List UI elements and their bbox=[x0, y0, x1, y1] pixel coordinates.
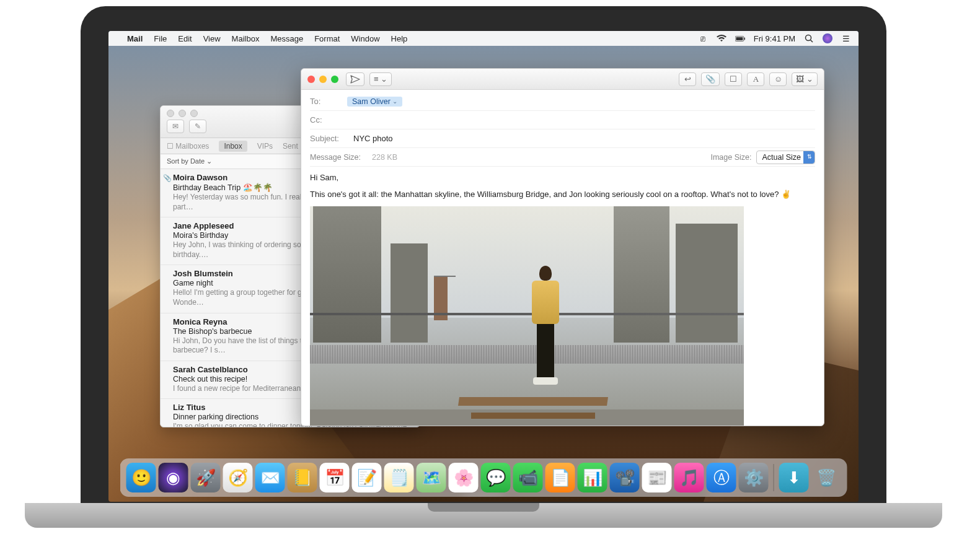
to-row: To: Sam Oliver bbox=[310, 92, 815, 111]
message-sender: Monica Reyna bbox=[173, 317, 227, 326]
menu-message[interactable]: Message bbox=[270, 34, 303, 43]
dock-finder[interactable]: 🙂 bbox=[126, 463, 156, 492]
menu-format[interactable]: Format bbox=[314, 34, 340, 43]
to-label: To: bbox=[310, 97, 347, 106]
dock-itunes[interactable]: 🎵 bbox=[674, 463, 704, 492]
image-size-select[interactable]: Actual Size⇅ bbox=[756, 151, 815, 164]
svg-rect-2 bbox=[744, 37, 744, 40]
dock-preferences[interactable]: ⚙️ bbox=[739, 463, 769, 492]
compose-traffic-lights bbox=[307, 76, 338, 83]
svg-point-3 bbox=[806, 35, 811, 41]
message-sender: Sarah Castelblanco bbox=[173, 365, 248, 374]
dock-messages[interactable]: 💬 bbox=[481, 463, 511, 492]
dock-numbers[interactable]: 📊 bbox=[578, 463, 607, 492]
airplay-icon[interactable]: ⎚ bbox=[698, 34, 708, 43]
laptop-notch bbox=[428, 503, 539, 512]
get-mail-button[interactable]: ✉ bbox=[167, 120, 184, 133]
notification-center-icon[interactable]: ☰ bbox=[841, 34, 851, 43]
app-menu[interactable]: Mail bbox=[127, 34, 143, 43]
spotlight-icon[interactable] bbox=[804, 34, 814, 43]
compose-button[interactable]: ✎ bbox=[189, 120, 206, 133]
inbox-zoom-button[interactable] bbox=[190, 110, 198, 117]
body-text: This one's got it all: the Manhattan sky… bbox=[310, 190, 815, 199]
compose-close-button[interactable] bbox=[307, 76, 315, 83]
dock-separator bbox=[774, 464, 774, 491]
svg-rect-1 bbox=[736, 37, 743, 40]
compose-minimize-button[interactable] bbox=[319, 76, 327, 83]
dock-contacts[interactable]: 📒 bbox=[288, 463, 317, 492]
dock-maps[interactable]: 🗺️ bbox=[417, 463, 446, 492]
dock-reminders[interactable]: 📝 bbox=[352, 463, 382, 492]
dock-appstore[interactable]: Ⓐ bbox=[707, 463, 736, 492]
menu-window[interactable]: Window bbox=[351, 34, 379, 43]
menubar-clock[interactable]: Fri 9:41 PM bbox=[754, 34, 795, 43]
battery-icon[interactable] bbox=[735, 35, 745, 42]
favorite-inbox[interactable]: Inbox bbox=[219, 141, 247, 152]
size-row: Message Size: 228 KB Image Size: Actual … bbox=[310, 148, 815, 167]
dock-calendar[interactable]: 📅 bbox=[320, 463, 350, 492]
image-size-label: Image Size: bbox=[710, 153, 751, 162]
dock-pages[interactable]: 📄 bbox=[545, 463, 575, 492]
dock-facetime[interactable]: 📹 bbox=[513, 463, 543, 492]
dock-downloads[interactable]: ⬇ bbox=[779, 463, 809, 492]
favorite-sent[interactable]: Sent bbox=[283, 142, 298, 151]
dock-news[interactable]: 📰 bbox=[642, 463, 672, 492]
dock: 🙂◉🚀🧭✉️📒📅📝🗒️🗺️🌸💬📹📄📊📽️📰🎵Ⓐ⚙️⬇🗑️ bbox=[120, 458, 847, 497]
format-button[interactable]: A bbox=[747, 72, 764, 86]
desktop-screen: Mail File Edit View Mailbox Message Form… bbox=[108, 31, 859, 502]
attach-button[interactable]: 📎 bbox=[701, 72, 720, 86]
size-value: 228 KB bbox=[372, 153, 397, 162]
header-fields-button[interactable]: ≡ ⌄ bbox=[369, 72, 392, 86]
emoji-button[interactable]: ☺ bbox=[769, 72, 787, 86]
laptop-frame: Mail File Edit View Mailbox Message Form… bbox=[81, 6, 886, 520]
menu-view[interactable]: View bbox=[203, 34, 221, 43]
menu-edit[interactable]: Edit bbox=[178, 34, 192, 43]
menu-mailbox[interactable]: Mailbox bbox=[232, 34, 260, 43]
to-recipient-token[interactable]: Sam Oliver bbox=[347, 97, 402, 107]
subject-row: Subject: NYC photo bbox=[310, 129, 815, 148]
attached-photo[interactable] bbox=[310, 206, 744, 426]
compose-headers: To: Sam Oliver Cc: Subject: NYC photo Me… bbox=[301, 90, 824, 167]
dock-notes[interactable]: 🗒️ bbox=[384, 463, 414, 492]
markup-button[interactable]: ☐ bbox=[725, 72, 742, 86]
cc-label: Cc: bbox=[310, 115, 347, 125]
message-sender: Liz Titus bbox=[173, 403, 205, 412]
menubar: Mail File Edit View Mailbox Message Form… bbox=[108, 31, 859, 46]
cc-row[interactable]: Cc: bbox=[310, 111, 815, 129]
siri-icon[interactable] bbox=[823, 33, 832, 43]
message-sender: Josh Blumstein bbox=[173, 269, 233, 278]
compose-body[interactable]: Hi Sam, This one's got it all: the Manha… bbox=[301, 167, 824, 426]
inbox-close-button[interactable] bbox=[167, 110, 174, 117]
sort-dropdown[interactable]: Sort by Date ⌄ bbox=[167, 157, 212, 165]
dock-safari[interactable]: 🧭 bbox=[223, 463, 253, 492]
svg-line-4 bbox=[811, 40, 813, 43]
compose-titlebar: ≡ ⌄ ↩ 📎 ☐ A ☺ 🖼 ⌄ bbox=[301, 69, 824, 90]
dock-siri[interactable]: ◉ bbox=[159, 463, 188, 492]
size-label: Message Size: bbox=[310, 153, 372, 162]
dock-keynote[interactable]: 📽️ bbox=[610, 463, 640, 492]
dock-mail[interactable]: ✉️ bbox=[255, 463, 285, 492]
dock-launchpad[interactable]: 🚀 bbox=[191, 463, 221, 492]
message-sender: Jane Appleseed bbox=[173, 221, 234, 230]
subject-field[interactable]: NYC photo bbox=[353, 134, 393, 143]
message-sender: Moira Dawson bbox=[173, 173, 227, 182]
favorite-vips[interactable]: VIPs bbox=[257, 142, 273, 151]
menu-file[interactable]: File bbox=[154, 34, 167, 43]
dock-photos[interactable]: 🌸 bbox=[449, 463, 479, 492]
laptop-base: MacBook bbox=[25, 503, 942, 528]
inbox-minimize-button[interactable] bbox=[179, 110, 186, 117]
subject-label: Subject: bbox=[310, 134, 353, 143]
send-button[interactable] bbox=[346, 72, 364, 86]
compose-zoom-button[interactable] bbox=[331, 76, 338, 83]
attachment-icon: 📎 bbox=[163, 174, 172, 182]
body-greeting: Hi Sam, bbox=[310, 173, 815, 182]
wifi-icon[interactable] bbox=[717, 35, 726, 42]
photo-browser-button[interactable]: 🖼 ⌄ bbox=[792, 72, 818, 86]
show-mailboxes-button[interactable]: ☐ Mailboxes bbox=[167, 142, 209, 151]
dock-trash[interactable]: 🗑️ bbox=[811, 463, 841, 492]
reply-button[interactable]: ↩ bbox=[679, 72, 696, 86]
menu-help[interactable]: Help bbox=[391, 34, 408, 43]
compose-window: ≡ ⌄ ↩ 📎 ☐ A ☺ 🖼 ⌄ To: Sam Oliver Cc: bbox=[301, 68, 824, 426]
